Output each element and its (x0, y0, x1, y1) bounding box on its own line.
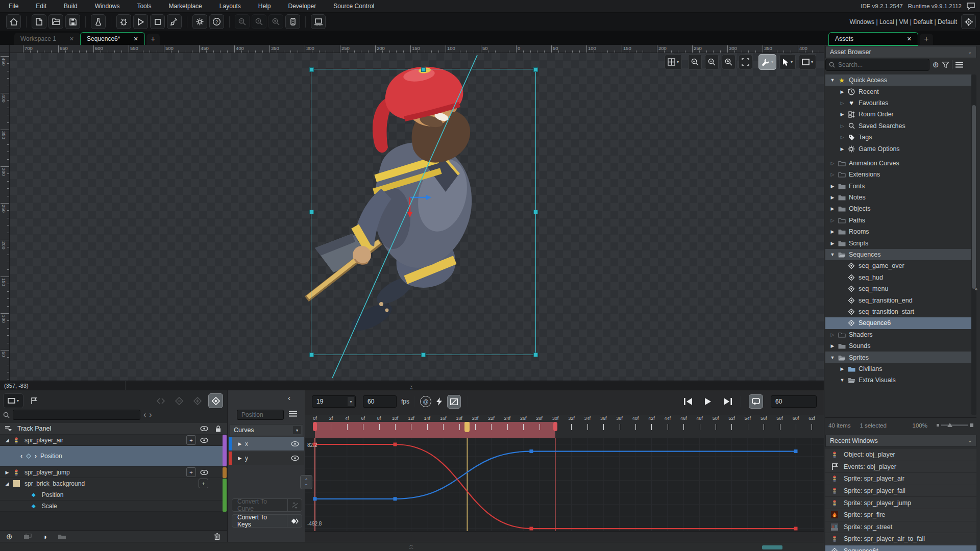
footer-scroll-thumb[interactable] (762, 545, 782, 549)
track-row-spr_brick_background[interactable]: ◢spr_brick_background+ (0, 478, 223, 489)
curve-mode-dropdown[interactable]: Curves ▾ (230, 424, 303, 436)
asset-tree-item-animation_curves[interactable]: ▷Animation Curves (825, 158, 971, 169)
frame-spinner-icon[interactable]: ▾ (348, 397, 354, 406)
zoom-out-button[interactable] (235, 14, 250, 29)
asset-search-input[interactable]: Search... (825, 59, 929, 71)
asset-tree-item-room_order[interactable]: ▶Room Order (825, 109, 971, 120)
expand-arrow-icon[interactable]: ▶ (828, 195, 837, 200)
blend-mode-icon[interactable]: ◑ (43, 533, 47, 541)
asset-tree-item-paths[interactable]: ▷Paths (825, 215, 971, 226)
menu-icon[interactable] (955, 62, 963, 68)
expand-arrow-icon[interactable]: ▷ (828, 161, 837, 166)
playback-region[interactable] (315, 422, 555, 438)
expand-arrow-icon[interactable]: ◢ (3, 438, 11, 443)
recent-window-sprite_spr_player_air_to_fall[interactable]: Sprite: spr_player_air_to_fall (825, 533, 976, 545)
next-keyframe-icon[interactable]: › (35, 453, 37, 460)
convert-to-keys-button[interactable]: Convert To Keys (232, 514, 302, 528)
track-row-spr_player_air[interactable]: ◢spr_player_air+ (0, 435, 223, 446)
thumb-size-slider[interactable] (937, 423, 973, 427)
asset-tree-item-sounds[interactable]: ▶Sounds (825, 340, 971, 352)
instant-playback-icon[interactable] (436, 397, 442, 406)
expand-arrow-icon[interactable]: ▶ (838, 112, 846, 117)
zoom-actual-button[interactable] (252, 14, 266, 29)
asset-tree-item-game_options[interactable]: ▶Game Options (825, 143, 971, 154)
track-row-position[interactable]: ‹›Position (0, 446, 223, 467)
add-parameter-icon[interactable]: + (199, 479, 208, 488)
chevron-down-icon[interactable]: ▾ (677, 60, 679, 64)
recent-window-sprite_spr_street[interactable]: Sprite: spr_street (825, 521, 976, 534)
track-list-icon[interactable] (5, 426, 12, 431)
expand-arrow-icon[interactable]: ▼ (838, 378, 846, 383)
channel-visibility-icon[interactable] (291, 441, 299, 446)
debug-button[interactable] (116, 14, 131, 29)
track-search-input[interactable] (13, 410, 140, 420)
package-button[interactable] (91, 14, 106, 29)
expand-arrow-icon[interactable]: ▶ (828, 241, 837, 246)
feedback-icon[interactable] (967, 3, 975, 10)
menu-item-windows[interactable]: Windows (86, 3, 129, 10)
settings-button[interactable] (192, 14, 207, 29)
flag-marker-button[interactable] (27, 393, 41, 408)
sequence-canvas[interactable]: 7006506005505004504003503002502001501005… (0, 45, 824, 381)
open-project-button[interactable] (48, 14, 63, 29)
cursor-button[interactable]: ▾ (779, 54, 796, 70)
asset-tree-item-favourites[interactable]: ▷♥Favourites (825, 97, 971, 109)
remove-keyframe-icon[interactable] (172, 393, 186, 408)
curve-view-toggle[interactable] (447, 395, 461, 409)
tracks-visibility-icon[interactable] (200, 426, 208, 431)
go-to-start-icon[interactable] (684, 398, 692, 405)
asset-tree-item-civilians[interactable]: ▶Civilians (825, 363, 971, 374)
chevron-down-icon[interactable]: ▾ (811, 60, 813, 64)
help-button[interactable]: ? (209, 14, 224, 29)
menu-item-developer[interactable]: Developer (280, 3, 325, 10)
filter-icon[interactable] (942, 62, 949, 68)
selection-handle[interactable] (533, 353, 538, 357)
close-icon[interactable]: ✕ (69, 36, 74, 42)
expand-arrow-icon[interactable]: ▶ (828, 229, 837, 234)
loop-playback-button[interactable] (749, 394, 763, 409)
duplicate-track-icon[interactable] (24, 534, 32, 539)
panel-collapse-handle[interactable]: ⌄⌄ (406, 384, 417, 389)
zoom-in-button[interactable] (268, 14, 283, 29)
recent-window-sprite_spr_fire[interactable]: Sprite: spr_fire (825, 509, 976, 521)
zoom-out-button[interactable] (688, 54, 702, 70)
recent-window-events_obj_player[interactable]: Events: obj_player (825, 461, 976, 473)
asset-tree-item-saved_searches[interactable]: ▷Saved Searches (825, 120, 971, 132)
menu-item-marketplace[interactable]: Marketplace (160, 3, 210, 10)
asset-tree-item-quick_access[interactable]: ▼★Quick Access (825, 74, 971, 86)
asset-tree-item-shaders[interactable]: ▷Shaders (825, 329, 971, 340)
menu-item-build[interactable]: Build (55, 3, 86, 10)
expand-arrow-icon[interactable]: ▶ (3, 470, 11, 475)
close-icon[interactable]: ✕ (907, 36, 912, 42)
tab-assets[interactable]: Assets ✕ (828, 32, 918, 45)
group-tracks-icon[interactable] (58, 534, 66, 539)
track-row-scale[interactable]: ◆Scale (0, 500, 223, 512)
channel-row-y[interactable]: ▶y (229, 452, 304, 465)
expand-arrow-icon[interactable]: ▷ (838, 135, 846, 140)
add-tab-button[interactable]: + (920, 34, 933, 45)
zoom-actual-button[interactable] (705, 54, 719, 70)
close-icon[interactable]: ✕ (133, 36, 138, 42)
asset-tree-item-seq_menu[interactable]: seq_menu (825, 283, 971, 294)
prev-keyframe-icon[interactable]: ‹ (20, 453, 22, 460)
delete-track-icon[interactable] (214, 533, 220, 540)
fps-input[interactable]: 60 (363, 395, 397, 408)
current-frame-input[interactable]: 19 ▾ (312, 395, 356, 408)
go-to-end-icon[interactable] (724, 398, 732, 405)
wrench-button[interactable]: ▾ (758, 54, 776, 70)
asset-tree-item-sequences[interactable]: ▼Sequences (825, 249, 971, 260)
search-prev-icon[interactable]: ‹ (143, 410, 146, 419)
expand-arrow-icon[interactable]: ▶ (838, 366, 846, 371)
asset-tree-item-extra_visuals[interactable]: ▼Extra Visuals (825, 374, 971, 386)
save-button[interactable] (65, 14, 80, 29)
expand-arrow-icon[interactable]: ◢ (3, 481, 11, 486)
expand-arrow-icon[interactable]: ▷ (828, 332, 837, 337)
menu-item-source-control[interactable]: Source Control (325, 3, 383, 10)
tab-sequence6-[interactable]: Sequence6*✕ (80, 32, 145, 45)
channel-row-x[interactable]: ▶x (229, 437, 304, 450)
expand-arrow-icon[interactable]: ▶ (838, 146, 846, 152)
auto-keyframe-button[interactable] (208, 393, 223, 408)
expand-arrow-icon[interactable]: ▶ (236, 441, 244, 446)
panel-expander-icon[interactable]: » (974, 286, 977, 292)
asset-tree-item-extensions[interactable]: ▷Extensions (825, 169, 971, 180)
